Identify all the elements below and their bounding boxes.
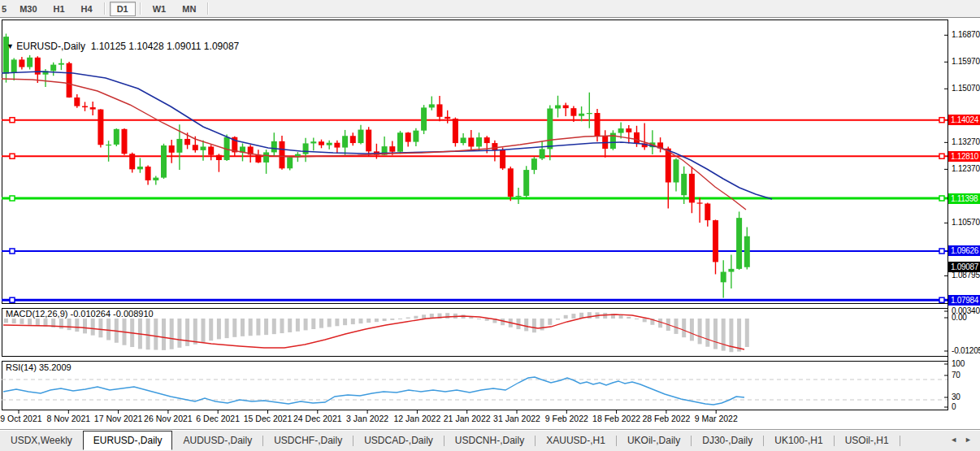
date-axis-label: 8 Nov 2021	[46, 414, 90, 423]
rsi-indicator-label: RSI(14) 35.2009	[6, 362, 72, 372]
date-axis-label: 15 Dec 2021	[244, 414, 293, 423]
date-axis-label: 28 Feb 2022	[642, 414, 690, 423]
date-axis-label: 18 Feb 2022	[592, 414, 640, 423]
chart-canvas[interactable]	[0, 18, 980, 451]
tab-usoil-h1[interactable]: USOil-,H1	[835, 431, 900, 449]
date-axis-label: 3 Jan 2022	[346, 414, 388, 423]
macd-axis-label: 0.00	[952, 313, 980, 322]
toolbar-separator	[140, 2, 141, 15]
timeframe-button-m30[interactable]: M30	[12, 2, 44, 16]
toolbar-separator	[104, 2, 106, 15]
tab-usdcnh-daily[interactable]: USDCNH-,Daily	[444, 431, 535, 449]
price-line-badge: 1.12810	[948, 151, 980, 162]
date-axis-label: 6 Dec 2021	[196, 414, 240, 423]
price-axis-label: 1.15970	[952, 57, 980, 66]
timeframe-button-w1[interactable]: W1	[145, 2, 174, 16]
chart-dropdown-icon[interactable]: ▼	[7, 42, 14, 50]
price-axis-label: 1.13270	[952, 137, 980, 146]
date-axis-label: 24 Dec 2021	[293, 414, 342, 423]
price-line-badge: 1.14024	[948, 115, 980, 125]
timeframe-button-h1[interactable]: H1	[46, 2, 72, 16]
tab-usdcad-daily[interactable]: USDCAD-,Daily	[353, 431, 444, 449]
tab-dj30-daily[interactable]: DJ30-,Daily	[692, 431, 763, 449]
bid-price-badge: 1.09087	[948, 262, 980, 272]
tab-ukoil-daily[interactable]: UKOil-,Daily	[617, 431, 691, 449]
tab-uk100-h1[interactable]: UK100-,H1	[764, 431, 833, 449]
tab-scroll-left-icon[interactable]: ◄	[950, 436, 957, 444]
rsi-axis-label: 0	[952, 402, 980, 411]
price-line-badge: 1.09626	[948, 245, 980, 256]
symbol-tabbar: USDX,WeeklyEURUSD-,DailyAUDUSD-,DailyUSD…	[0, 429, 980, 451]
rsi-axis-label: 30	[952, 392, 980, 401]
timeframe-button-5[interactable]: 5	[0, 2, 11, 16]
timeframe-button-d1[interactable]: D1	[110, 2, 136, 16]
macd-indicator-label: MACD(12,26,9) -0.010264 -0.008910	[6, 309, 154, 319]
chart-title: ▼ EURUSD-,Daily 1.10125 1.10428 1.09011 …	[7, 41, 239, 52]
tab-usdx-weekly[interactable]: USDX,Weekly	[0, 431, 83, 449]
price-axis-label: 1.15070	[952, 84, 980, 93]
date-axis-label: 9 Feb 2022	[545, 414, 588, 423]
date-axis-label: 26 Nov 2021	[144, 414, 193, 423]
timeframe-button-mn[interactable]: MN	[175, 2, 203, 16]
price-line-badge: 1.07984	[948, 295, 980, 306]
tab-scroll-arrows: ◄►	[950, 436, 972, 444]
chart-area[interactable]: ▼ EURUSD-,Daily 1.10125 1.10428 1.09011 …	[0, 17, 980, 430]
price-axis-label: 1.10570	[952, 218, 980, 227]
tab-eurusd-daily[interactable]: EURUSD-,Daily	[83, 431, 173, 450]
date-axis-label: 29 Oct 2021	[0, 414, 42, 423]
tab-scroll-right-icon[interactable]: ►	[965, 436, 972, 444]
date-axis-label: 12 Jan 2022	[393, 414, 440, 423]
tab-usdchf-daily[interactable]: USDCHF-,Daily	[263, 431, 353, 449]
date-axis-label: 17 Nov 2021	[94, 414, 143, 423]
tab-xauusd-h1[interactable]: XAUUSD-,H1	[536, 431, 616, 449]
timeframe-toolbar: 5M30H1H4D1W1MN	[0, 0, 980, 17]
terminal-window: 5M30H1H4D1W1MN ▼ EURUSD-,Daily 1.10125 1…	[0, 0, 980, 451]
toolbar-separator	[207, 2, 209, 15]
chart-symbol-label: EURUSD-,Daily	[16, 41, 85, 52]
tab-audusd-daily[interactable]: AUDUSD-,Daily	[172, 431, 262, 449]
rsi-axis-label: 70	[952, 371, 980, 379]
date-axis-label: 21 Jan 2022	[444, 414, 491, 423]
price-axis-label: 1.12370	[952, 164, 980, 173]
timeframe-button-h4[interactable]: H4	[74, 2, 100, 16]
chart-ohlc-values: 1.10125 1.10428 1.09011 1.09087	[91, 41, 240, 52]
price-axis-label: 1.16870	[952, 30, 980, 39]
macd-axis-label: -0.01205	[952, 346, 980, 355]
date-axis-label: 9 Mar 2022	[695, 414, 738, 423]
tab-separator	[900, 436, 900, 446]
date-axis-label: 31 Jan 2022	[493, 414, 540, 423]
rsi-axis-label: 100	[952, 359, 980, 368]
price-line-badge: 1.11398	[948, 193, 980, 204]
